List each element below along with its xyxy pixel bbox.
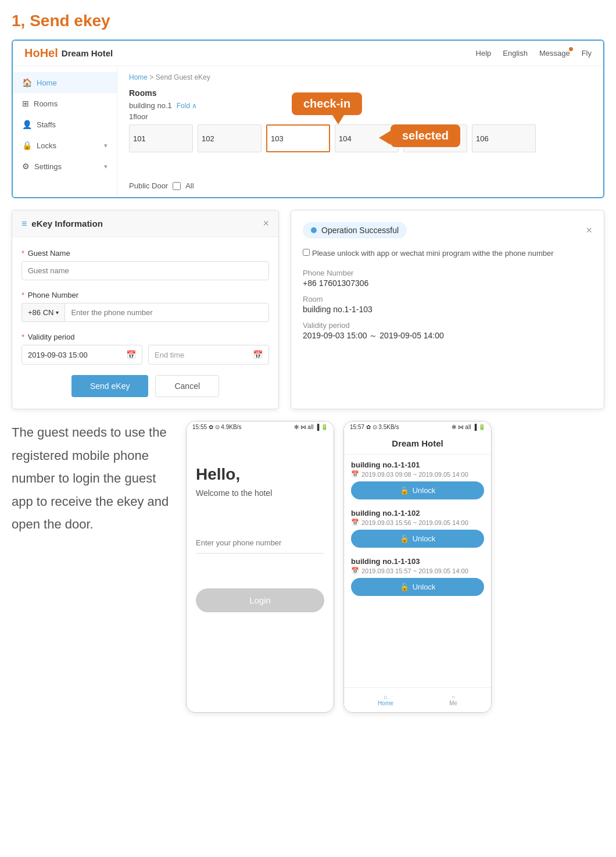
lock-icon-1: 🔓 <box>400 486 409 495</box>
fold-link[interactable]: Fold ∧ <box>177 102 198 110</box>
success-close-button[interactable]: × <box>586 224 592 237</box>
login-phone-body: Hello, Welcome to the hotel Login <box>187 433 334 665</box>
room-102[interactable]: 102 <box>198 124 262 152</box>
room-entry-1: building no.1-1-101 📅 2019.09.03 09:08 ~… <box>351 460 484 499</box>
phone-screens: 15:55 ✿ ⊙ 4.9KB/s ✻ ⋈ all ▐ 🔋 Hello, Wel… <box>186 421 492 713</box>
hotel-status-icons: ✻ ⋈ all ▐ 🔋 <box>452 424 485 430</box>
calendar-icon-3: 📅 <box>351 567 359 574</box>
success-dot <box>311 227 317 233</box>
phone-bottom-nav: ⌂ Home ○ Me <box>344 687 491 712</box>
end-time-input[interactable]: End time 📅 <box>148 345 269 365</box>
hotel-nav: Help English Message Fly <box>476 49 592 58</box>
hotel-name: Dream Hotel <box>62 48 113 58</box>
login-subtitle: Welcome to the hotel <box>196 488 324 498</box>
guest-name-group: * Guest Name <box>22 249 269 280</box>
sidebar-item-staffs[interactable]: 👤 Staffs <box>13 114 117 135</box>
room-101[interactable]: 101 <box>129 124 193 152</box>
login-phone-field[interactable] <box>196 533 324 554</box>
settings-chevron-icon: ▾ <box>104 163 108 170</box>
room-grid: 101 102 103 104 105 106 <box>129 124 592 152</box>
phone-prefix[interactable]: +86 CN ▾ <box>22 303 65 322</box>
unlock-button-1[interactable]: 🔓 Unlock <box>351 481 484 499</box>
nav-home[interactable]: ⌂ Home <box>378 694 393 706</box>
row2: ≡ eKey Information × * Guest Name * Phon… <box>12 210 604 409</box>
breadcrumb-home[interactable]: Home <box>129 73 148 81</box>
room-entry-3: building no.1-1-103 📅 2019.09.03 15:57 ~… <box>351 557 484 596</box>
calendar-icon-2: 📅 <box>351 519 359 526</box>
room-103[interactable]: 103 <box>266 124 330 152</box>
guest-name-label: * Guest Name <box>22 249 269 258</box>
nav-language[interactable]: English <box>503 49 528 58</box>
hotel-ui-section: HoHel Dream Hotel Help English Message F… <box>12 40 604 198</box>
success-phone-field: Phone Number +86 17601307306 <box>303 269 592 288</box>
row3: The guest needs to use the registered mo… <box>12 421 604 713</box>
ekey-form-close[interactable]: × <box>263 217 269 230</box>
room-106[interactable]: 106 <box>472 124 536 152</box>
hotel-header: HoHel Dream Hotel Help English Message F… <box>13 41 603 66</box>
settings-icon: ⚙ <box>22 162 30 171</box>
success-notice: Please unlock with app or wechat mini pr… <box>303 248 592 259</box>
login-button[interactable]: Login <box>196 588 324 612</box>
room-date-3: 📅 2019.09.03 15:57 ~ 2019.09.05 14:00 <box>351 567 484 574</box>
ekey-form: ≡ eKey Information × * Guest Name * Phon… <box>12 210 279 409</box>
public-door-checkbox[interactable] <box>173 182 181 190</box>
nav-help[interactable]: Help <box>476 49 492 58</box>
phone-input[interactable] <box>65 303 269 322</box>
calendar-icon-1: 📅 <box>351 470 359 478</box>
breadcrumb-current: Send Guest eKey <box>156 73 210 81</box>
unlock-button-2[interactable]: 🔓 Unlock <box>351 530 484 548</box>
room-name-1: building no.1-1-101 <box>351 460 484 469</box>
sidebar-item-home[interactable]: 🏠 Home <box>13 72 117 93</box>
sidebar-item-rooms[interactable]: ⊞ Rooms <box>13 93 117 114</box>
success-room-field: Room building no.1-1-103 <box>303 295 592 314</box>
rooms-icon: ⊞ <box>22 99 29 108</box>
hotel-status-bar: 15:57 ✿ ⊙ 3.5KB/s ✻ ⋈ all ▐ 🔋 <box>344 422 491 433</box>
nav-me[interactable]: ○ Me <box>449 694 457 706</box>
selected-callout: selected <box>402 129 449 142</box>
chevron-down-icon: ▾ <box>56 309 59 316</box>
public-door-label: Public Door <box>129 181 168 190</box>
success-validity-field: Validity period 2019-09-03 15:00 ～ 2019-… <box>303 321 592 341</box>
hotel-logo: HoHel Dream Hotel <box>24 47 113 60</box>
notice-checkbox[interactable] <box>303 249 310 256</box>
sidebar-item-settings[interactable]: ⚙ Settings ▾ <box>13 156 117 177</box>
main-content: Home > Send Guest eKey Rooms building no… <box>117 66 603 197</box>
login-greeting: Hello, <box>196 465 324 484</box>
send-ekey-button[interactable]: Send eKey <box>71 375 149 397</box>
start-date-input[interactable]: 2019-09-03 15:00 📅 <box>22 345 142 365</box>
sidebar-label-staffs: Staffs <box>37 120 56 129</box>
hotel-phone-header: Dream Hotel <box>344 433 491 455</box>
breadcrumb: Home > Send Guest eKey <box>129 73 592 81</box>
login-phone: 15:55 ✿ ⊙ 4.9KB/s ✻ ⋈ all ▐ 🔋 Hello, Wel… <box>186 421 334 713</box>
phone-number-group: * Phone Number +86 CN ▾ <box>22 291 269 322</box>
form-icon: ≡ <box>22 219 27 229</box>
calendar-icon: 📅 <box>126 350 136 359</box>
nav-message[interactable]: Message <box>539 49 570 58</box>
page-title: 1, Send ekey <box>12 12 604 30</box>
cancel-button[interactable]: Cancel <box>155 375 219 397</box>
room-name-3: building no.1-1-103 <box>351 557 484 566</box>
guest-name-input[interactable] <box>22 261 269 280</box>
home-nav-icon: ⌂ <box>384 694 387 700</box>
sidebar-label-settings: Settings <box>34 162 62 171</box>
room-date-1: 📅 2019.09.03 09:08 ~ 2019.09.05 14:00 <box>351 470 484 478</box>
locks-chevron-icon: ▾ <box>104 142 108 149</box>
login-status-icons: ✻ ⋈ all ▐ 🔋 <box>294 424 328 430</box>
sidebar-item-locks[interactable]: 🔒 Locks ▾ <box>13 135 117 156</box>
calendar-end-icon: 📅 <box>253 350 263 359</box>
ekey-form-header: ≡ eKey Information × <box>12 210 278 237</box>
sidebar-label-locks: Locks <box>37 141 56 150</box>
rooms-wrapper: check-in 101 102 103 104 105 106 <box>129 124 592 190</box>
nav-fly[interactable]: Fly <box>582 49 592 58</box>
sidebar-label-rooms: Rooms <box>34 99 58 108</box>
all-label: All <box>185 181 194 190</box>
unlock-button-3[interactable]: 🔓 Unlock <box>351 578 484 596</box>
logo-icon: HoHel <box>24 47 58 60</box>
rooms-section: Rooms building no.1 Fold ∧ 1floor check-… <box>129 88 592 190</box>
hotel-body: 🏠 Home ⊞ Rooms 👤 Staffs 🔒 Locks ▾ ⚙ Sett… <box>13 66 603 197</box>
room-date-2: 📅 2019.09.03 15:56 ~ 2019.09.05 14:00 <box>351 519 484 526</box>
building-name: building no.1 <box>129 101 172 110</box>
hotel-phone-body: building no.1-1-101 📅 2019.09.03 09:08 ~… <box>344 455 491 687</box>
breadcrumb-separator: > <box>149 73 155 81</box>
public-door-row: Public Door All <box>129 181 592 190</box>
